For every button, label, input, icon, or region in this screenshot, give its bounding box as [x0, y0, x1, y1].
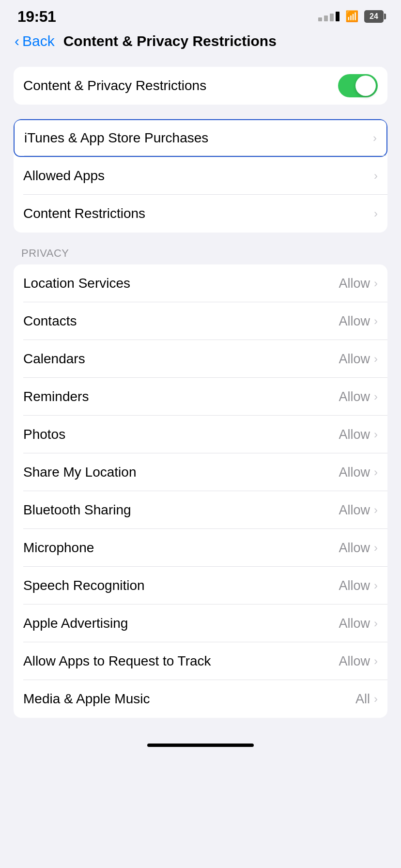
speech-recognition-value: Allow	[339, 578, 370, 593]
chevron-right-icon: ›	[374, 579, 378, 592]
bluetooth-sharing-right: Allow ›	[339, 503, 378, 518]
chevron-right-icon: ›	[374, 314, 378, 328]
allow-apps-track-label: Allow Apps to Request to Track	[23, 653, 211, 669]
photos-row[interactable]: Photos Allow ›	[14, 416, 387, 453]
photos-label: Photos	[23, 427, 65, 442]
share-my-location-label: Share My Location	[23, 465, 136, 480]
bluetooth-sharing-value: Allow	[339, 503, 370, 518]
home-indicator	[0, 728, 401, 752]
photos-value: Allow	[339, 427, 370, 442]
itunes-purchases-right: ›	[373, 131, 377, 145]
bluetooth-sharing-label: Bluetooth Sharing	[23, 502, 131, 518]
back-button[interactable]: ‹ Back	[15, 33, 55, 49]
chevron-right-icon: ›	[374, 428, 378, 441]
toggle-section: Content & Privacy Restrictions	[14, 67, 387, 105]
speech-recognition-label: Speech Recognition	[23, 578, 145, 593]
location-services-right: Allow ›	[339, 276, 378, 291]
reminders-right: Allow ›	[339, 389, 378, 404]
media-apple-music-value: All	[355, 692, 370, 707]
media-apple-music-row[interactable]: Media & Apple Music All ›	[14, 680, 387, 718]
battery-icon: 24	[364, 10, 384, 23]
media-apple-music-right: All ›	[355, 692, 378, 707]
chevron-right-icon: ›	[374, 207, 378, 220]
share-my-location-row[interactable]: Share My Location Allow ›	[14, 453, 387, 491]
content-restrictions-row[interactable]: Content Restrictions ›	[14, 195, 387, 232]
share-my-location-value: Allow	[339, 465, 370, 480]
apple-advertising-label: Apple Advertising	[23, 616, 128, 631]
status-bar: 19:51 📶 24	[0, 0, 401, 29]
location-services-row[interactable]: Location Services Allow ›	[14, 264, 387, 302]
reminders-row[interactable]: Reminders Allow ›	[14, 378, 387, 416]
microphone-value: Allow	[339, 541, 370, 556]
allow-apps-track-value: Allow	[339, 654, 370, 669]
bluetooth-sharing-row[interactable]: Bluetooth Sharing Allow ›	[14, 491, 387, 529]
toggle-thumb	[355, 76, 376, 96]
contacts-right: Allow ›	[339, 314, 378, 329]
contacts-value: Allow	[339, 314, 370, 329]
contacts-row[interactable]: Contacts Allow ›	[14, 302, 387, 340]
allow-apps-track-row[interactable]: Allow Apps to Request to Track Allow ›	[14, 642, 387, 680]
chevron-right-icon: ›	[374, 465, 378, 479]
apple-advertising-row[interactable]: Apple Advertising Allow ›	[14, 604, 387, 642]
privacy-section: PRIVACY Location Services Allow › Contac…	[14, 247, 387, 718]
microphone-row[interactable]: Microphone Allow ›	[14, 529, 387, 567]
privacy-card: Location Services Allow › Contacts Allow…	[14, 264, 387, 718]
chevron-right-icon: ›	[374, 277, 378, 290]
calendars-value: Allow	[339, 352, 370, 367]
speech-recognition-row[interactable]: Speech Recognition Allow ›	[14, 567, 387, 604]
privacy-restrictions-toggle-row[interactable]: Content & Privacy Restrictions	[14, 67, 387, 105]
media-apple-music-label: Media & Apple Music	[23, 691, 150, 707]
photos-right: Allow ›	[339, 427, 378, 442]
chevron-right-icon: ›	[374, 692, 378, 706]
chevron-right-icon: ›	[374, 617, 378, 630]
chevron-right-icon: ›	[374, 352, 378, 366]
signal-icon	[318, 12, 339, 21]
status-time: 19:51	[17, 8, 56, 26]
calendars-right: Allow ›	[339, 352, 378, 367]
privacy-section-label: PRIVACY	[14, 247, 387, 264]
chevron-right-icon: ›	[374, 541, 378, 555]
nav-bar: ‹ Back Content & Privacy Restrictions	[0, 29, 401, 57]
chevron-right-icon: ›	[374, 654, 378, 668]
allowed-apps-label: Allowed Apps	[23, 168, 105, 184]
contacts-label: Contacts	[23, 313, 77, 329]
location-services-label: Location Services	[23, 276, 130, 291]
itunes-purchases-row[interactable]: iTunes & App Store Purchases ›	[14, 119, 387, 157]
location-services-value: Allow	[339, 276, 370, 291]
content-restrictions-right: ›	[374, 207, 378, 220]
share-my-location-right: Allow ›	[339, 465, 378, 480]
allowed-apps-right: ›	[374, 169, 378, 183]
microphone-label: Microphone	[23, 540, 94, 556]
chevron-right-icon: ›	[373, 131, 377, 145]
page-title: Content & Privacy Restrictions	[63, 33, 277, 49]
microphone-right: Allow ›	[339, 541, 378, 556]
toggle-card: Content & Privacy Restrictions	[14, 67, 387, 105]
home-bar	[147, 744, 254, 747]
main-items-section: iTunes & App Store Purchases › Allowed A…	[14, 119, 387, 232]
status-icons: 📶 24	[318, 10, 384, 23]
apple-advertising-right: Allow ›	[339, 616, 378, 631]
wifi-icon: 📶	[345, 10, 358, 23]
apple-advertising-value: Allow	[339, 616, 370, 631]
back-chevron-icon: ‹	[15, 33, 19, 49]
calendars-row[interactable]: Calendars Allow ›	[14, 340, 387, 378]
reminders-value: Allow	[339, 389, 370, 404]
speech-recognition-right: Allow ›	[339, 578, 378, 593]
itunes-purchases-label: iTunes & App Store Purchases	[24, 130, 208, 146]
main-items-card: iTunes & App Store Purchases › Allowed A…	[14, 119, 387, 232]
toggle-label: Content & Privacy Restrictions	[23, 78, 206, 93]
chevron-right-icon: ›	[374, 390, 378, 403]
calendars-label: Calendars	[23, 351, 85, 367]
chevron-right-icon: ›	[374, 169, 378, 183]
back-label: Back	[22, 33, 55, 49]
reminders-label: Reminders	[23, 389, 89, 404]
toggle-switch[interactable]	[338, 74, 378, 97]
content-restrictions-label: Content Restrictions	[23, 206, 145, 221]
allow-apps-track-right: Allow ›	[339, 654, 378, 669]
chevron-right-icon: ›	[374, 503, 378, 517]
allowed-apps-row[interactable]: Allowed Apps ›	[14, 157, 387, 195]
